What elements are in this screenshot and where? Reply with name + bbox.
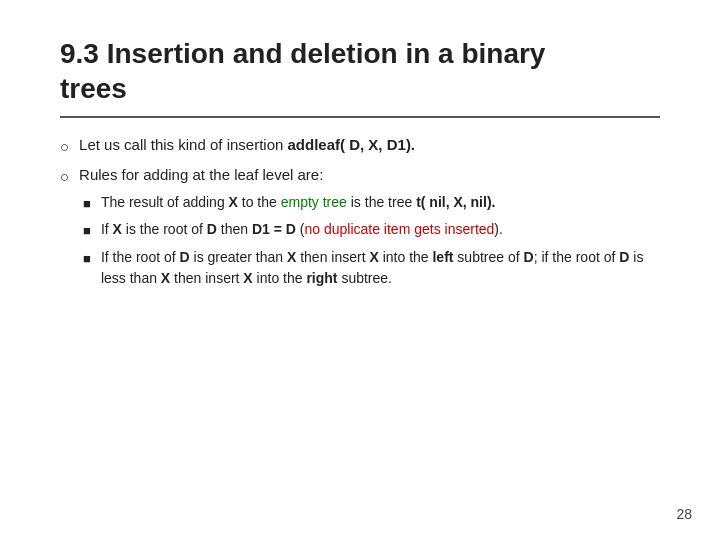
page-number: 28 (676, 506, 692, 522)
bullet-symbol-2: ○ (60, 166, 69, 188)
bullet-2-content: Rules for adding at the leaf level are: … (79, 164, 660, 289)
bullet-2: ○ Rules for adding at the leaf level are… (60, 164, 660, 289)
sub-bullet-3: ■ If the root of D is greater than X the… (83, 247, 660, 289)
sub-bullets: ■ The result of adding X to the empty tr… (79, 192, 660, 289)
slide-title: 9.3 Insertion and deletion in a binary t… (60, 36, 660, 106)
sub-bullet-symbol-1: ■ (83, 194, 91, 214)
sub-bullet-symbol-3: ■ (83, 249, 91, 269)
slide: 9.3 Insertion and deletion in a binary t… (0, 0, 720, 540)
sub-bullet-2: ■ If X is the root of D then D1 = D (no … (83, 219, 660, 241)
bullet-2-text: Rules for adding at the leaf level are: (79, 166, 323, 183)
sub-bullet-3-text: If the root of D is greater than X then … (101, 247, 660, 289)
content-area: ○ Let us call this kind of insertion add… (60, 134, 660, 510)
sub-bullet-1: ■ The result of adding X to the empty tr… (83, 192, 660, 214)
bullet-1-text: Let us call this kind of insertion addle… (79, 134, 415, 156)
title-divider (60, 116, 660, 118)
sub-bullet-2-text: If X is the root of D then D1 = D (no du… (101, 219, 660, 240)
bullet-symbol-1: ○ (60, 136, 69, 158)
sub-bullet-symbol-2: ■ (83, 221, 91, 241)
sub-bullet-1-text: The result of adding X to the empty tree… (101, 192, 660, 213)
bullet-1: ○ Let us call this kind of insertion add… (60, 134, 660, 158)
